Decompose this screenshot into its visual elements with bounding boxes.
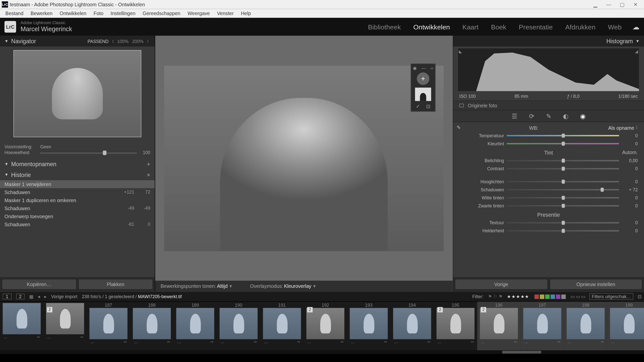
filmstrip-cell[interactable]: 196…▫▫2 (477, 302, 520, 350)
wb-value[interactable]: Als opname (608, 125, 634, 130)
menu-venster[interactable]: Venster (213, 11, 237, 16)
edit-points-select[interactable]: Altijd (217, 283, 228, 289)
star-filter[interactable]: ★★★★★ (507, 294, 529, 299)
module-web[interactable]: Web (602, 23, 628, 31)
module-bibliotheek[interactable]: Bibliotheek (362, 23, 407, 31)
paste-button[interactable]: Plakken (78, 279, 153, 290)
module-presentatie[interactable]: Presentatie (512, 23, 559, 31)
add-mask-button[interactable]: + (417, 72, 429, 85)
filmstrip-cell[interactable]: 189…▫▫ (174, 302, 217, 350)
history-item[interactable]: Masker 1 dupliceren en omkeren (0, 196, 155, 204)
redeye-tool-icon[interactable]: ✎ (546, 112, 551, 119)
eyedropper-icon[interactable]: ✎ (457, 125, 461, 130)
navigator-header[interactable]: ▼ Navigator PASSEND⁞ 100% 200%⁞ (0, 36, 155, 47)
slider-schaduwen[interactable]: Schaduwen+ 72 (459, 186, 638, 193)
history-item[interactable]: Schaduwen-810 (0, 220, 155, 228)
close-button[interactable]: ✕ (629, 2, 642, 7)
navigator-preview[interactable] (0, 47, 155, 141)
spot-tool-icon[interactable]: ⟳ (529, 112, 534, 119)
filmstrip-cell[interactable]: 193…▫▫ (347, 302, 390, 350)
slider-textuur[interactable]: Textuur0 (459, 219, 638, 226)
maximize-button[interactable]: ▢ (615, 2, 629, 7)
overlay-select[interactable]: Kleuroverlay (284, 283, 311, 289)
history-item[interactable]: Masker 1 verwijderen (0, 180, 155, 188)
add-snapshot-button[interactable]: + (147, 161, 150, 167)
mask-panel[interactable]: ◉—‹‹ + ✓⊡ (411, 63, 436, 112)
history-header[interactable]: ▼ Historie × (0, 169, 155, 180)
previous-button[interactable]: Vorige (455, 279, 548, 290)
module-afdrukken[interactable]: Afdrukken (559, 23, 602, 31)
color-filter[interactable] (534, 294, 566, 299)
original-photo-toggle[interactable]: Originele foto (453, 101, 644, 110)
check-icon[interactable]: ✓ (416, 104, 420, 109)
eye-icon[interactable]: ◉ (413, 66, 417, 71)
history-item[interactable]: Onderwerp toevoegen (0, 212, 155, 220)
mask-thumb[interactable] (415, 87, 431, 101)
reset-button[interactable]: Opnieuw instellen (549, 279, 642, 290)
view-mode-icons[interactable]: ▭ ▭ ▭ (571, 294, 585, 299)
monitor-1-button[interactable]: 1 (3, 294, 12, 299)
back-icon[interactable]: ◂ (38, 294, 40, 299)
minimize-button[interactable]: — (602, 2, 615, 7)
clear-history-button[interactable]: × (147, 171, 150, 178)
menu-ontwikkelen[interactable]: Ontwikkelen (56, 11, 90, 16)
menu-instellingen[interactable]: Instellingen (107, 11, 139, 16)
history-item[interactable]: Schaduwen-49-49 (0, 204, 155, 212)
copy-button[interactable]: Kopiëren… (2, 279, 76, 290)
filmstrip-cell[interactable]: …▫▫2 (43, 302, 87, 350)
lock-filter-icon[interactable]: ⊡ (638, 294, 641, 299)
zoom-100[interactable]: 100% (117, 39, 129, 44)
snapshots-header[interactable]: ▼ Momentopnamen + (0, 159, 155, 169)
history-item[interactable]: Schaduwen+12172 (0, 188, 155, 196)
grid-icon[interactable]: ▦ (29, 294, 33, 299)
collapse-icon[interactable]: ‹‹ (430, 66, 433, 71)
filmstrip-scrollbar[interactable] (0, 350, 644, 354)
mask-options-icon[interactable]: ⊡ (426, 104, 430, 109)
menu-gereedschappen[interactable]: Gereedschappen (139, 11, 184, 16)
filters-dropdown[interactable]: Filters uitgeschak… (589, 293, 633, 300)
flag-filter-icon[interactable]: ⚑ ⚐ ⚑ (488, 294, 503, 299)
amount-slider[interactable] (40, 152, 137, 154)
slider-hooglichten[interactable]: Hooglichten0 (459, 178, 638, 185)
slider-witte-tinten[interactable]: Witte tinten0 (459, 194, 638, 201)
slider-helderheid[interactable]: Helderheid0 (459, 228, 638, 234)
module-boek[interactable]: Boek (485, 23, 513, 31)
slider-zwarte-tinten[interactable]: Zwarte tinten0 (459, 202, 638, 209)
forward-icon[interactable]: ▸ (44, 294, 47, 299)
filmstrip-cell[interactable]: 198…▫▫ (564, 302, 607, 350)
filmstrip-cell[interactable]: …▫▫ (0, 302, 43, 350)
slider-contrast[interactable]: Contrast0 (459, 165, 638, 172)
filmstrip-cell[interactable]: 197…▫▫ (520, 302, 564, 350)
menu-foto[interactable]: Foto (90, 11, 107, 16)
min-ribbon-button[interactable]: ▁ (589, 2, 602, 7)
filmstrip-cell[interactable]: 191…▫▫ (260, 302, 304, 350)
zoom-200[interactable]: 200% (132, 39, 143, 44)
zoom-fit[interactable]: PASSEND (88, 39, 109, 44)
filmstrip-cell[interactable]: 187…▫▫ (87, 302, 130, 350)
slider-temperatuur[interactable]: Temperatuur0 (459, 132, 638, 139)
monitor-2-button[interactable]: 2 (16, 294, 25, 299)
menu-bewerken[interactable]: Bewerken (27, 11, 56, 16)
cloud-sync-icon[interactable]: ☁ (632, 23, 639, 31)
filmstrip-cell[interactable]: 194…▫▫ (390, 302, 434, 350)
histogram-header[interactable]: Histogram ▼ (453, 36, 644, 47)
source-label[interactable]: Vorige import (51, 294, 77, 299)
histogram-graph[interactable]: ◣ ◢ (458, 48, 640, 92)
mask-tool-icon[interactable]: ◐ (563, 112, 568, 119)
slider-kleurtint[interactable]: Kleurtint0 (459, 140, 638, 147)
filmstrip[interactable]: …▫▫…▫▫2187…▫▫188…▫▫189…▫▫190…▫▫191…▫▫192… (0, 301, 644, 350)
main-photo[interactable] (164, 65, 444, 251)
filmstrip-cell[interactable]: 199…▫▫ (607, 302, 644, 350)
filmstrip-cell[interactable]: 195…▫▫2 (434, 302, 477, 350)
filmstrip-cell[interactable]: 188…▫▫ (130, 302, 173, 350)
module-ontwikkelen[interactable]: Ontwikkelen (407, 23, 456, 31)
slider-belichting[interactable]: Belichting0,00 (459, 157, 638, 164)
crop-tool-icon[interactable]: ☰ (512, 112, 517, 119)
module-kaart[interactable]: Kaart (456, 23, 485, 31)
menu-help[interactable]: Help (237, 11, 255, 16)
auto-button[interactable]: Autom. (622, 150, 638, 155)
filmstrip-cell[interactable]: 192…▫▫2 (304, 302, 347, 350)
menu-bestand[interactable]: Bestand (2, 11, 27, 16)
menu-weergave[interactable]: Weergave (184, 11, 213, 16)
navigator-image[interactable] (13, 50, 141, 137)
